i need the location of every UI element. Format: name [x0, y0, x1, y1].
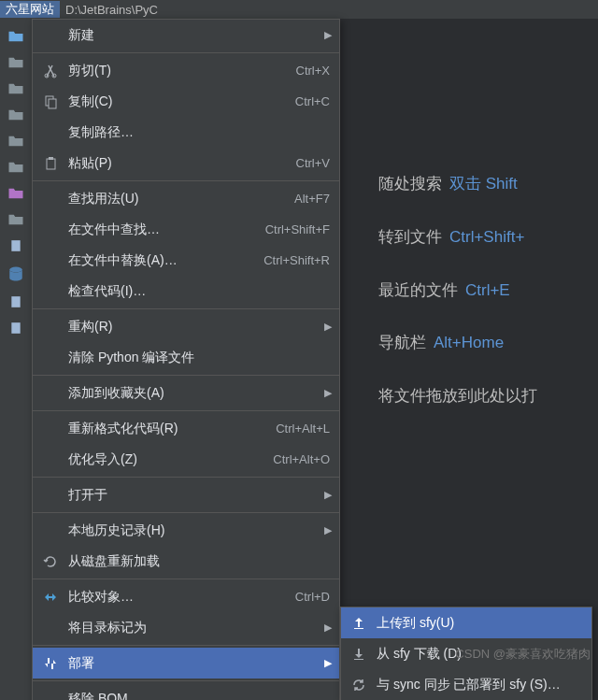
menu-compare[interactable]: 比较对象…Ctrl+D — [33, 581, 339, 612]
chevron-right-icon: ▶ — [324, 29, 332, 41]
svg-rect-3 — [11, 322, 20, 334]
toolbar: 六星网站 D:\JetBrains\PyC — [0, 0, 598, 19]
menu-separator — [33, 645, 339, 646]
svg-rect-8 — [47, 159, 55, 169]
folder-icon[interactable] — [7, 187, 24, 200]
svg-point-1 — [9, 267, 22, 273]
project-tree-panel — [0, 19, 32, 700]
menu-favorites[interactable]: 添加到收藏夹(A)▶ — [33, 378, 339, 408]
hint-nav-bar: 导航栏Alt+Home — [378, 332, 537, 354]
submenu-sync[interactable]: 与 sync 同步 已部署到 sfy (S)… — [341, 669, 591, 700]
compare-icon — [42, 590, 59, 605]
folder-icon[interactable] — [7, 82, 24, 95]
menu-local-history[interactable]: 本地历史记录(H)▶ — [33, 515, 339, 546]
menu-separator — [33, 477, 339, 478]
sync-icon — [350, 678, 367, 693]
paste-icon — [42, 156, 59, 171]
chevron-right-icon: ▶ — [324, 489, 332, 501]
hint-recent-files: 最近的文件Ctrl+E — [378, 279, 537, 302]
menu-remove-bom[interactable]: 移除 BOM — [33, 683, 339, 700]
menu-separator — [33, 680, 339, 681]
file-icon[interactable] — [7, 321, 24, 335]
menu-cut[interactable]: 剪切(T)Ctrl+X — [33, 55, 339, 86]
file-icon[interactable] — [7, 295, 24, 308]
menu-inspect-code[interactable]: 检查代码(I)… — [33, 276, 339, 307]
svg-rect-0 — [11, 240, 20, 251]
menu-separator — [33, 375, 339, 376]
hint-search-anywhere: 随处搜索双击 Shift — [378, 173, 537, 195]
reload-icon — [42, 554, 59, 569]
chevron-right-icon: ▶ — [324, 621, 332, 634]
chevron-right-icon: ▶ — [324, 524, 332, 536]
svg-rect-9 — [49, 157, 53, 160]
menu-find-in-files[interactable]: 在文件中查找…Ctrl+Shift+F — [33, 214, 339, 245]
menu-optimize-imports[interactable]: 优化导入(Z)Ctrl+Alt+O — [33, 444, 339, 475]
folder-icon[interactable] — [7, 161, 24, 174]
watermark: CSDN @豪豪喜欢吃猪肉 — [455, 646, 591, 663]
folder-icon[interactable] — [7, 30, 24, 43]
file-icon[interactable] — [7, 239, 24, 252]
menu-reload-from-disk[interactable]: 从磁盘重新加载 — [33, 546, 339, 577]
menu-copy[interactable]: 复制(C)Ctrl+C — [33, 86, 339, 117]
cut-icon — [42, 64, 59, 79]
menu-separator — [33, 410, 339, 411]
svg-rect-7 — [49, 99, 56, 108]
folder-icon[interactable] — [7, 108, 24, 121]
hint-drag-drop: 将文件拖放到此处以打 — [378, 385, 537, 407]
menu-open-in[interactable]: 打开于▶ — [33, 479, 339, 510]
menu-replace-in-files[interactable]: 在文件中替换(A)…Ctrl+Shift+R — [33, 245, 339, 276]
deployment-icon — [42, 656, 59, 671]
menu-find-usages[interactable]: 查找用法(U)Alt+F7 — [33, 183, 339, 214]
menu-new[interactable]: 新建▶ — [33, 20, 339, 50]
folder-icon[interactable] — [7, 56, 24, 69]
chevron-right-icon: ▶ — [324, 657, 332, 669]
hint-goto-file: 转到文件Ctrl+Shift+ — [378, 226, 537, 249]
chevron-right-icon: ▶ — [324, 387, 332, 399]
menu-separator — [33, 52, 339, 53]
folder-icon[interactable] — [7, 213, 24, 226]
menu-refactor[interactable]: 重构(R)▶ — [33, 311, 339, 342]
chevron-right-icon: ▶ — [324, 321, 332, 333]
toolbar-project-label[interactable]: 六星网站 — [0, 1, 60, 18]
menu-copy-path[interactable]: 复制路径… — [33, 117, 339, 148]
menu-deployment[interactable]: 部署▶ — [33, 648, 339, 679]
upload-icon — [350, 616, 367, 631]
menu-reformat-code[interactable]: 重新格式化代码(R)Ctrl+Alt+L — [33, 413, 339, 444]
menu-separator — [33, 579, 339, 579]
submenu-upload[interactable]: 上传到 sfy(U) — [341, 607, 591, 638]
db-icon[interactable] — [7, 265, 24, 282]
svg-rect-2 — [11, 296, 20, 307]
menu-clear-pyc[interactable]: 清除 Python 编译文件 — [33, 342, 339, 373]
folder-icon[interactable] — [7, 135, 24, 148]
editor-hints: 随处搜索双击 Shift 转到文件Ctrl+Shift+ 最近的文件Ctrl+E… — [378, 173, 537, 407]
context-menu: 新建▶ 剪切(T)Ctrl+X 复制(C)Ctrl+C 复制路径… 粘贴(P)C… — [32, 19, 340, 700]
menu-separator — [33, 512, 339, 513]
toolbar-path: D:\JetBrains\PyC — [60, 3, 164, 17]
download-icon — [350, 647, 367, 662]
copy-icon — [42, 94, 59, 109]
menu-paste[interactable]: 粘贴(P)Ctrl+V — [33, 148, 339, 179]
menu-separator — [33, 308, 339, 309]
menu-separator — [33, 180, 339, 181]
menu-mark-directory[interactable]: 将目录标记为▶ — [33, 612, 339, 643]
